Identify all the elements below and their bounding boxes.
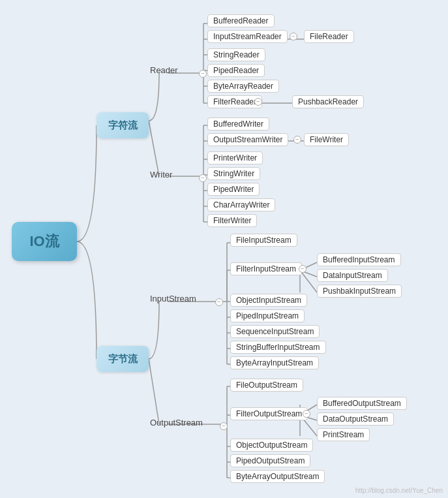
leaf-dataoutputstream: DataOutputStream bbox=[317, 412, 394, 426]
leaf-bufferedreader: BufferedReader bbox=[207, 14, 275, 27]
leaf-filereader: FileReader bbox=[304, 30, 354, 43]
leaf-fileoutputstream: FileOutputStream bbox=[230, 379, 303, 392]
collapse-filterreader[interactable]: − bbox=[254, 98, 262, 106]
leaf-printerwriter: PrinterWriter bbox=[207, 151, 263, 164]
leaf-bufferedoutputstream: BufferedOutputStream bbox=[317, 397, 407, 410]
leaf-objectoutputstream: ObjectOutputStream bbox=[230, 439, 313, 452]
leaf-bytearrayoutputstream: ByteArrayOutputStream bbox=[230, 470, 325, 483]
collapse-reader[interactable]: − bbox=[199, 70, 207, 78]
collapse-writer[interactable]: − bbox=[199, 174, 207, 182]
leaf-datainputstream: DataInputStream bbox=[317, 269, 388, 282]
collapse-filteroutputstream[interactable]: − bbox=[303, 410, 310, 418]
leaf-filteroutputstream: FilterOutputStream bbox=[230, 407, 308, 420]
leaf-inputstreamreader: InputStreamReader bbox=[207, 30, 288, 43]
collapse-filterinputstream[interactable]: − bbox=[299, 265, 306, 273]
mindmap-container: IO流 字符流 字节流 Reader − Writer − InputStrea… bbox=[0, 0, 448, 498]
leaf-filterwriter: FilterWriter bbox=[207, 214, 257, 227]
leaf-outputstreamwriter: OutputStreamWriter bbox=[207, 133, 288, 146]
leaf-stringwriter: StringWriter bbox=[207, 167, 260, 180]
category-char-stream: 字符流 bbox=[97, 112, 149, 138]
leaf-stringbufferinputstream: StringBufferInputStream bbox=[230, 341, 326, 354]
collapse-outputstreamwriter[interactable]: − bbox=[293, 136, 301, 144]
leaf-bytearrayinputstream: ByteArrayInputStream bbox=[230, 356, 319, 369]
branch-writer: Writer bbox=[150, 170, 172, 179]
watermark: http://blog.csdn.net/Yue_Chen bbox=[355, 487, 443, 494]
leaf-pipedreader: PipedReader bbox=[207, 64, 265, 77]
leaf-objectinputstream: ObjectInputStream bbox=[230, 294, 307, 307]
branch-reader: Reader bbox=[150, 65, 178, 75]
leaf-bytearrayreader: ByteArrayReader bbox=[207, 80, 279, 93]
branch-outputstream: OutputStream bbox=[150, 418, 203, 428]
root-node: IO流 bbox=[12, 222, 77, 261]
leaf-filterinputstream: FilterInputStream bbox=[230, 262, 302, 275]
category-byte-stream: 字节流 bbox=[97, 346, 149, 372]
leaf-chararraywriter: CharArrayWriter bbox=[207, 198, 275, 211]
collapse-inputstreamreader[interactable]: − bbox=[290, 33, 297, 40]
leaf-fileinputstream: FileInputStream bbox=[230, 234, 297, 247]
leaf-sequenceinputstream: SequenceInputStream bbox=[230, 325, 320, 338]
leaf-pushbackreader: PushbackReader bbox=[292, 95, 364, 108]
svg-line-32 bbox=[300, 270, 317, 292]
collapse-inputstream[interactable]: − bbox=[215, 298, 223, 306]
leaf-pipedoutputstream: PipedOutputStream bbox=[230, 454, 310, 467]
leaf-pushbakinputstream: PushbakInputStream bbox=[317, 285, 402, 298]
leaf-bufferedwriter: BufferedWriter bbox=[207, 117, 269, 131]
collapse-outputstream[interactable]: − bbox=[220, 422, 228, 430]
leaf-filewriter: FileWriter bbox=[304, 133, 349, 146]
leaf-bufferedinputstream: BufferedInputStream bbox=[317, 253, 401, 266]
leaf-printstream: PrintStream bbox=[317, 428, 370, 441]
leaf-pipedinputstream: PipedInputStream bbox=[230, 309, 305, 322]
leaf-pipedwriter: PipedWriter bbox=[207, 183, 260, 196]
branch-inputstream: InputStream bbox=[150, 294, 196, 303]
leaf-stringreader: StringReader bbox=[207, 48, 265, 61]
